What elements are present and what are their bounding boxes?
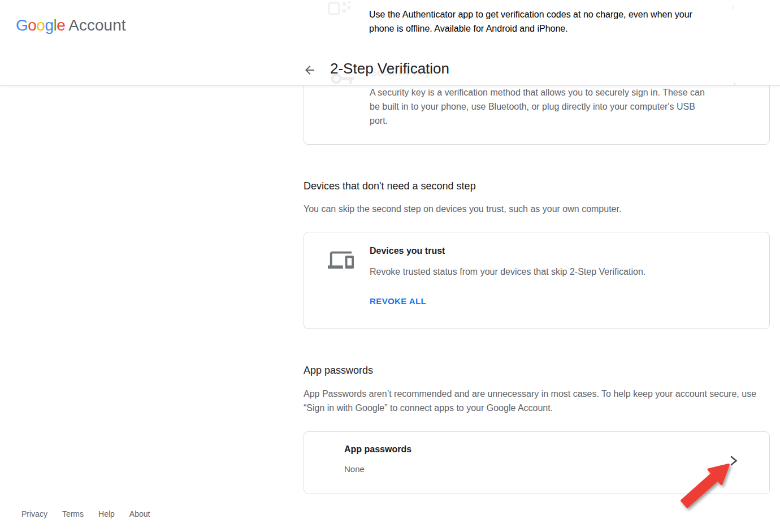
logo-letter: G [16,16,28,34]
ghost-authenticator-icon [327,1,353,17]
google-account-logo[interactable]: GoogleAccount [16,16,126,34]
page-title: 2-Step Verification [330,60,449,77]
devices-you-trust-description: Revoke trusted status from your devices … [370,267,645,277]
footer-link-privacy[interactable]: Privacy [21,509,47,518]
sticky-header: Use the Authenticator app to get verific… [0,0,780,86]
ghost-authenticator-text-line1: Use the Authenticator app to get verific… [369,10,692,20]
devices-you-trust-title: Devices you trust [370,246,445,256]
app-passwords-description: App Passwords aren’t recommended and are… [304,387,759,415]
revoke-all-button[interactable]: REVOKE ALL [370,296,426,306]
app-passwords-value: None [344,464,365,474]
footer-link-terms[interactable]: Terms [62,509,84,518]
chevron-right-icon[interactable] [730,456,738,466]
footer-links: Privacy Terms Help About [21,509,150,518]
app-passwords-card[interactable]: App passwords None [304,431,770,494]
back-arrow-icon[interactable] [303,63,317,77]
trusted-devices-description: You can skip the second step on devices … [304,202,621,216]
security-key-description: A security key is a verification method … [370,85,712,128]
app-passwords-card-title: App passwords [344,444,411,455]
app-passwords-heading: App passwords [304,365,373,377]
logo-product-name: Account [68,16,125,34]
trusted-devices-heading: Devices that don't need a second step [304,180,476,192]
devices-you-trust-card: Devices you trust Revoke trusted status … [304,232,770,329]
logo-letter: o [28,16,36,34]
logo-letter: e [57,16,65,34]
ghost-chevron-securitykey-icon: › [733,78,736,89]
devices-icon [328,247,354,273]
footer-link-help[interactable]: Help [98,509,115,518]
ghost-authenticator-text-line2: phone is offline. Available for Android … [369,24,568,34]
logo-letter: o [36,16,45,34]
footer-link-about[interactable]: About [129,509,150,518]
logo-letter: g [45,16,53,34]
ghost-chevron-top-icon: › [731,2,735,13]
